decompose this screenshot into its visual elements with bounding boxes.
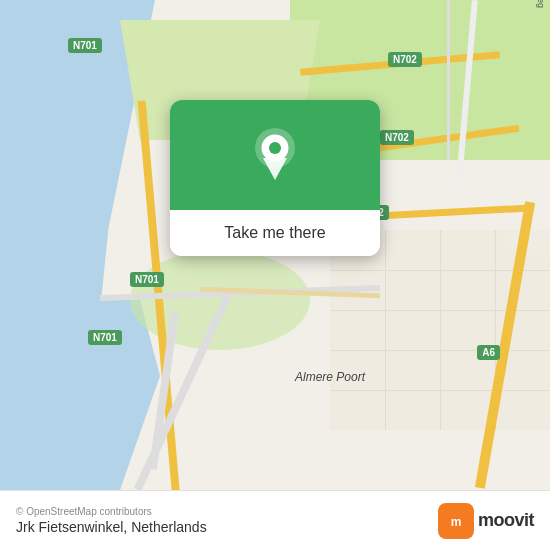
- popup-arrow: [263, 254, 287, 256]
- road-label-n702-1: N702: [388, 52, 422, 67]
- popup-header: [170, 100, 380, 210]
- bottom-left-info: © OpenStreetMap contributors Jrk Fietsen…: [16, 506, 207, 535]
- moovit-icon: m: [438, 503, 474, 539]
- location-name: Jrk Fietsenwinkel, Netherlands: [16, 519, 207, 535]
- road-label-n701-bot: N701: [88, 330, 122, 345]
- attribution-text: © OpenStreetMap contributors: [16, 506, 207, 517]
- moovit-text: moovit: [478, 510, 534, 531]
- map-container: N701 N701 N701 N702 N702 N702 A6 Almere …: [0, 0, 550, 490]
- moovit-logo: m moovit: [438, 503, 534, 539]
- svg-point-2: [269, 142, 281, 154]
- map-popup: Take me there: [170, 100, 380, 256]
- road-label-koningin: Koningin Wilhelminaweg: [536, 0, 546, 8]
- svg-text:m: m: [451, 515, 462, 529]
- road-label-a6: A6: [477, 345, 500, 360]
- road-label-n701-mid: N701: [130, 272, 164, 287]
- road-label-n701-top: N701: [68, 38, 102, 53]
- moovit-logo-icon: m: [445, 510, 467, 532]
- svg-marker-3: [263, 158, 287, 180]
- bottom-bar: © OpenStreetMap contributors Jrk Fietsen…: [0, 490, 550, 550]
- road-extra-4: [447, 0, 450, 160]
- location-pin-icon: [253, 128, 297, 182]
- road-label-n702-2: N702: [380, 130, 414, 145]
- take-me-there-button[interactable]: Take me there: [170, 210, 380, 256]
- place-label-almere: Almere Poort: [295, 370, 365, 384]
